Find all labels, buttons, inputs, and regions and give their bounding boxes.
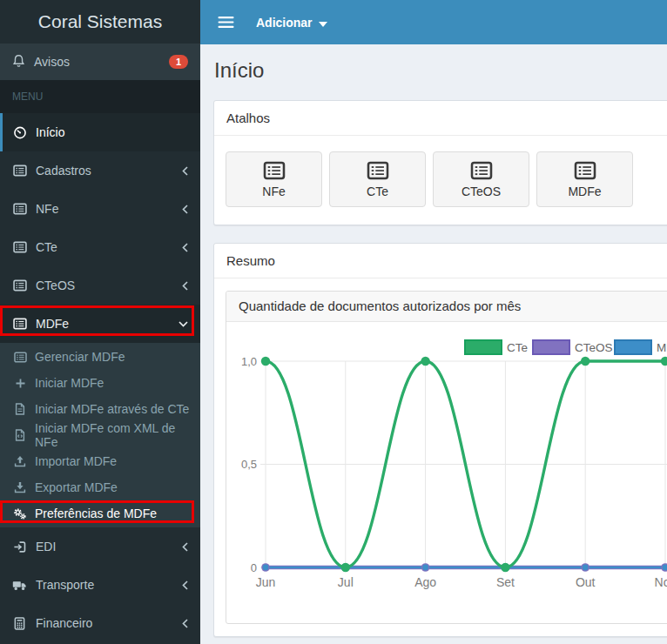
shortcut-button-cteos[interactable]: CTeOS bbox=[433, 151, 529, 207]
submenu-label: Gerenciar MDFe bbox=[35, 350, 125, 364]
submenu-label: Iniciar MDFe com XML de NFe bbox=[35, 421, 190, 449]
chart-card: Quantidade de documentos autorizados por… bbox=[226, 291, 667, 624]
avisos-label: Avisos bbox=[34, 55, 70, 69]
page-title: Início bbox=[214, 58, 667, 83]
dashboard-icon bbox=[12, 126, 27, 139]
chart-area: JunJulAgoSetOutNov00,51,0CTeCTeOSMDFe bbox=[226, 322, 667, 623]
chevron-left-icon bbox=[181, 280, 189, 292]
add-dropdown-label: Adicionar bbox=[256, 16, 313, 30]
gears-icon bbox=[13, 507, 27, 520]
list-icon bbox=[574, 161, 596, 180]
list-icon bbox=[13, 352, 27, 363]
file-code-icon bbox=[13, 429, 27, 441]
submenu-item-importar-mdfe[interactable]: Importar MDFe bbox=[0, 448, 200, 474]
svg-text:Jun: Jun bbox=[256, 575, 276, 589]
svg-text:Set: Set bbox=[496, 575, 515, 589]
notification-badge: 1 bbox=[169, 55, 188, 69]
list-icon bbox=[12, 203, 27, 215]
svg-text:Ago: Ago bbox=[414, 575, 436, 589]
content: Início Atalhos bbox=[200, 58, 667, 637]
sidebar-item-edi[interactable]: EDI bbox=[0, 527, 200, 566]
shortcut-label: NFe bbox=[262, 184, 285, 198]
submenu-label: Exportar MDFe bbox=[35, 480, 118, 494]
menu-section-header: MENU bbox=[0, 80, 200, 113]
brand-title: Coral Sistemas bbox=[0, 0, 200, 44]
svg-text:Nov: Nov bbox=[655, 575, 667, 589]
menu-label: Início bbox=[36, 125, 64, 139]
submenu-label: Iniciar MDFe através de CTe bbox=[35, 402, 189, 416]
svg-text:1,0: 1,0 bbox=[241, 355, 257, 368]
submenu-item-exportar-mdfe[interactable]: Exportar MDFe bbox=[0, 474, 200, 500]
submenu-item-gerenciar-mdfe[interactable]: Gerenciar MDFe bbox=[0, 344, 200, 370]
menu-label: CTeOS bbox=[36, 278, 75, 292]
menu-label: Transporte bbox=[36, 578, 94, 592]
submenu-label: Iniciar MDFe bbox=[35, 376, 104, 390]
summary-card-title: Resumo bbox=[214, 244, 667, 278]
calculator-icon bbox=[12, 617, 27, 630]
list-icon bbox=[367, 161, 389, 180]
hamburger-icon[interactable] bbox=[209, 0, 242, 44]
shortcut-row: NFe bbox=[226, 148, 667, 212]
list-icon bbox=[12, 318, 27, 330]
topbar: Adicionar bbox=[200, 0, 667, 44]
sidebar-item-cte[interactable]: CTe bbox=[0, 228, 200, 266]
sidebar-item-avisos[interactable]: Avisos 1 bbox=[0, 44, 200, 80]
mdfe-submenu: Gerenciar MDFe Iniciar MDFe Iniciar MDFe… bbox=[0, 343, 200, 527]
svg-text:Jul: Jul bbox=[338, 575, 354, 589]
svg-text:0,5: 0,5 bbox=[241, 458, 257, 471]
chart-title: Quantidade de documentos autorizados por… bbox=[226, 292, 667, 322]
svg-text:Out: Out bbox=[576, 575, 596, 589]
chevron-left-icon bbox=[181, 541, 189, 553]
list-icon bbox=[12, 279, 27, 292]
submenu-item-iniciar-mdfe[interactable]: Iniciar MDFe bbox=[0, 370, 200, 396]
truck-icon bbox=[12, 580, 27, 591]
chevron-left-icon bbox=[181, 165, 189, 177]
list-icon bbox=[12, 164, 27, 177]
submenu-label: Importar MDFe bbox=[35, 454, 117, 468]
submenu-item-iniciar-mdfe-cte[interactable]: Iniciar MDFe através de CTe bbox=[0, 396, 200, 422]
shortcuts-card: Atalhos bbox=[213, 100, 667, 225]
shortcut-label: CTeOS bbox=[462, 184, 501, 198]
submenu-label: Preferências de MDFe bbox=[35, 506, 157, 520]
chevron-down-icon bbox=[178, 320, 189, 328]
menu-label: CTe bbox=[36, 240, 57, 254]
plus-icon bbox=[13, 378, 27, 389]
list-icon bbox=[12, 241, 27, 253]
menu-label: EDI bbox=[36, 540, 56, 553]
sidebar-item-mdfe[interactable]: MDFe bbox=[0, 305, 200, 343]
chevron-left-icon bbox=[181, 204, 189, 215]
bell-icon bbox=[12, 54, 25, 70]
add-dropdown[interactable]: Adicionar bbox=[246, 0, 338, 44]
submenu-item-iniciar-mdfe-xml-nfe[interactable]: Iniciar MDFe com XML de NFe bbox=[0, 422, 200, 448]
sidebar-item-cadastros[interactable]: Cadastros bbox=[0, 151, 200, 190]
svg-text:CTeOS: CTeOS bbox=[575, 341, 613, 354]
svg-text:CTe: CTe bbox=[507, 341, 528, 354]
shortcuts-card-title: Atalhos bbox=[214, 101, 667, 136]
sidebar-item-cteos[interactable]: CTeOS bbox=[0, 266, 200, 305]
summary-chart-svg: JunJulAgoSetOutNov00,51,0CTeCTeOSMDFe bbox=[226, 322, 667, 623]
sidebar-item-inicio[interactable]: Início bbox=[0, 113, 200, 151]
sidebar-item-transporte[interactable]: Transporte bbox=[0, 566, 200, 604]
menu-label: Financeiro bbox=[36, 616, 92, 630]
chevron-left-icon bbox=[181, 580, 189, 591]
list-icon bbox=[470, 161, 493, 180]
caret-down-icon bbox=[319, 16, 327, 30]
shortcut-button-nfe[interactable]: NFe bbox=[226, 151, 322, 207]
submenu-item-preferencias-mdfe[interactable]: Preferências de MDFe bbox=[0, 500, 200, 527]
download-icon bbox=[13, 481, 27, 493]
menu-label: Cadastros bbox=[36, 164, 91, 178]
upload-icon bbox=[13, 455, 27, 467]
main-area: Adicionar Início Atalhos bbox=[200, 0, 667, 644]
shortcut-button-cte[interactable]: CTe bbox=[329, 151, 426, 207]
chevron-left-icon bbox=[181, 242, 189, 253]
sidebar-item-financeiro[interactable]: Financeiro bbox=[0, 604, 200, 642]
summary-card: Resumo Quantidade de documentos autoriza… bbox=[213, 243, 667, 637]
menu-label: MDFe bbox=[36, 317, 69, 331]
shortcut-label: MDFe bbox=[568, 184, 601, 198]
shortcut-label: CTe bbox=[367, 184, 388, 198]
svg-text:0: 0 bbox=[251, 561, 257, 574]
sidebar: Coral Sistemas Avisos 1 MENU Início bbox=[0, 0, 200, 644]
sidebar-item-nfe[interactable]: NFe bbox=[0, 190, 200, 228]
svg-text:MDFe: MDFe bbox=[657, 341, 667, 354]
shortcut-button-mdfe[interactable]: MDFe bbox=[536, 151, 633, 207]
